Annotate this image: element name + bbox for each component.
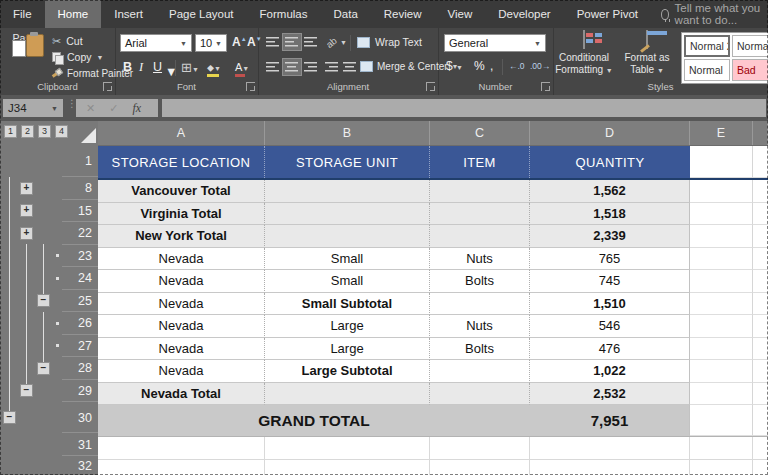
cell-c-22[interactable] <box>430 225 530 248</box>
increase-font-size-button[interactable]: A▲ <box>232 35 247 49</box>
cell-b-15[interactable] <box>265 203 430 226</box>
tab-review[interactable]: Review <box>371 0 435 28</box>
bottom-align-button[interactable] <box>301 33 321 51</box>
cell-b-29[interactable] <box>265 383 430 406</box>
accounting-format-button[interactable]: $ ▼ <box>446 59 463 73</box>
outline-expand-button-row22[interactable]: + <box>20 227 33 240</box>
tab-developer[interactable]: Developer <box>485 0 563 28</box>
cell-d-31[interactable] <box>530 437 690 460</box>
column-header-b[interactable]: B <box>265 121 430 145</box>
cell-b-32[interactable] <box>265 460 430 475</box>
cell-a-29[interactable]: Nevada Total <box>98 383 265 406</box>
cell-e-28[interactable] <box>690 360 753 383</box>
cell-e-32[interactable] <box>690 460 753 475</box>
middle-align-button[interactable] <box>282 33 302 51</box>
cell-c-27[interactable]: Bolts <box>430 338 530 361</box>
cell-a-31[interactable] <box>98 437 265 460</box>
cell-c-28[interactable] <box>430 360 530 383</box>
fill-color-button[interactable]: ⬥▼ <box>207 60 221 77</box>
cell-c-29[interactable] <box>430 383 530 406</box>
formula-input[interactable] <box>162 99 766 117</box>
cell-a-27[interactable]: Nevada <box>98 338 265 361</box>
tab-file[interactable]: File <box>0 0 45 28</box>
outline-level-4-button[interactable]: 4 <box>55 125 68 138</box>
cell-b-8[interactable] <box>265 180 430 203</box>
cell-e-30[interactable] <box>690 405 753 436</box>
comma-style-button[interactable]: , <box>490 59 493 73</box>
format-as-table-button[interactable]: Format as Table ▼ <box>616 31 678 77</box>
outline-level-3-button[interactable]: 3 <box>38 125 51 138</box>
cell-a-24[interactable]: Nevada <box>98 270 265 293</box>
cell-d-22[interactable]: 2,339 <box>530 225 690 248</box>
font-color-button[interactable]: A▼ <box>235 60 249 77</box>
tab-insert[interactable]: Insert <box>101 0 156 28</box>
cut-button[interactable]: ✂ Cut <box>52 34 83 48</box>
center-button[interactable] <box>282 58 302 76</box>
cell-b-24[interactable]: Small <box>265 270 430 293</box>
cell-a-25[interactable]: Nevada <box>98 293 265 316</box>
borders-button[interactable]: ⊞▼ <box>181 60 199 75</box>
cell-d-25[interactable]: 1,510 <box>530 293 690 316</box>
cell-a-32[interactable] <box>98 460 265 475</box>
outline-collapse-button-row29[interactable]: − <box>20 384 33 397</box>
cell-e-15[interactable] <box>690 203 753 226</box>
align-right-button[interactable] <box>301 58 321 76</box>
cell-e-26[interactable] <box>690 315 753 338</box>
cell-d-15[interactable]: 1,518 <box>530 203 690 226</box>
bold-button[interactable]: B <box>123 60 132 74</box>
paste-button[interactable]: Paste ▼ <box>5 32 47 88</box>
row-header-26[interactable]: 26 <box>0 312 98 335</box>
cell-d-1[interactable]: QUANTITY <box>530 146 690 178</box>
style-normal-2[interactable]: Normal 2 <box>684 35 730 57</box>
outline-level-2-button[interactable]: 2 <box>21 125 34 138</box>
decrease-indent-button[interactable] <box>322 58 342 76</box>
cell-a-15[interactable]: Virginia Total <box>98 203 265 226</box>
cell-a-23[interactable]: Nevada <box>98 248 265 271</box>
tab-power-pivot[interactable]: Power Pivot <box>564 0 651 28</box>
font-name-combobox[interactable]: Arial▼ <box>120 34 192 52</box>
decrease-decimal-button[interactable]: .00→ <box>530 61 550 71</box>
cell-c-24[interactable]: Bolts <box>430 270 530 293</box>
cell-e-22[interactable] <box>690 225 753 248</box>
row-header-31[interactable]: 31 <box>0 433 98 456</box>
cell-d-23[interactable]: 765 <box>530 248 690 271</box>
cell-a-26[interactable]: Nevada <box>98 315 265 338</box>
column-header-c[interactable]: C <box>430 121 530 145</box>
cell-a-1[interactable]: STORAGE LOCATION <box>98 146 265 178</box>
row-header-27[interactable]: 27 <box>0 335 98 358</box>
cell-c-1[interactable]: ITEM <box>430 146 530 178</box>
outline-collapse-button-row30[interactable]: − <box>3 411 16 424</box>
cell-c-23[interactable]: Nuts <box>430 248 530 271</box>
tab-home[interactable]: Home <box>45 0 102 28</box>
align-left-button[interactable] <box>263 58 283 76</box>
cell-b-22[interactable] <box>265 225 430 248</box>
cell-e-25[interactable] <box>690 293 753 316</box>
cell-e-24[interactable] <box>690 270 753 293</box>
cell-a-28[interactable]: Nevada <box>98 360 265 383</box>
cell-d-27[interactable]: 476 <box>530 338 690 361</box>
insert-function-icon[interactable]: fx <box>132 101 141 116</box>
italic-button[interactable]: I <box>139 60 143 75</box>
name-box[interactable]: J34 ▼ <box>3 99 63 117</box>
tab-page-layout[interactable]: Page Layout <box>156 0 247 28</box>
chevron-down-icon[interactable]: ▼ <box>340 39 347 46</box>
cell-b-27[interactable]: Large <box>265 338 430 361</box>
outline-level-1-button[interactable]: 1 <box>4 125 17 138</box>
alignment-dialog-launcher-icon[interactable] <box>426 82 435 91</box>
outline-expand-button-row8[interactable]: + <box>20 182 33 195</box>
style-bad[interactable]: Bad <box>732 59 768 81</box>
row-header-24[interactable]: 24 <box>0 267 98 290</box>
cell-b-26[interactable]: Large <box>265 315 430 338</box>
conditional-formatting-button[interactable]: Conditional Formatting ▼ <box>553 31 615 77</box>
font-size-combobox[interactable]: 10▼ <box>195 34 227 52</box>
cell-a-8[interactable]: Vancouver Total <box>98 180 265 203</box>
cell-c-26[interactable]: Nuts <box>430 315 530 338</box>
column-header-d[interactable]: D <box>530 121 690 145</box>
cell-e-27[interactable] <box>690 338 753 361</box>
cell-d-26[interactable]: 546 <box>530 315 690 338</box>
number-dialog-launcher-icon[interactable] <box>541 82 550 91</box>
outline-expand-button-row15[interactable]: + <box>20 204 33 217</box>
wrap-text-button[interactable]: Wrap Text <box>357 36 422 48</box>
cell-b-25[interactable]: Small Subtotal <box>265 293 430 316</box>
copy-button[interactable]: Copy ▼ <box>52 50 103 64</box>
